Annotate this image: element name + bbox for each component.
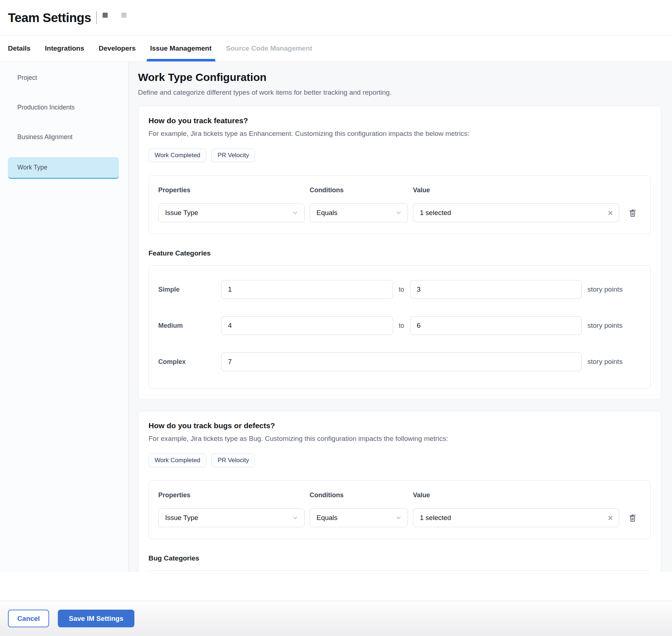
value-column-label: Value [413, 186, 619, 194]
complex-from-input[interactable] [221, 352, 582, 371]
features-condition-select[interactable]: Equals [310, 203, 408, 222]
bugs-value-select[interactable]: 1 selected × [413, 508, 619, 527]
metric-tag-work-completed: Work Completed [148, 454, 206, 467]
feature-categories-title: Feature Categories [148, 249, 651, 257]
title-divider [96, 11, 97, 24]
chevron-down-icon [395, 210, 402, 216]
simple-to-input[interactable] [410, 280, 582, 299]
bugs-property-select[interactable]: Issue Type [158, 508, 305, 527]
page-heading: Team Settings [8, 10, 91, 25]
tab-integrations[interactable]: Integrations [45, 35, 84, 61]
cancel-button[interactable]: Cancel [8, 610, 49, 627]
story-points-label: story points [587, 322, 641, 330]
settings-tabbar: Details Integrations Developers Issue Ma… [0, 35, 672, 62]
chevron-down-icon [395, 515, 402, 521]
tab-source-code-management[interactable]: Source Code Management [226, 35, 313, 61]
to-label: to [399, 322, 404, 330]
sidebar-item-production-incidents[interactable]: Production Incidents [8, 96, 119, 118]
features-property-select[interactable]: Issue Type [158, 203, 305, 222]
metric-tag-pr-velocity: PR Velocity [211, 454, 255, 467]
sidebar-item-project[interactable]: Project [8, 67, 119, 89]
footer-bar: Cancel Save IM Settings [0, 601, 672, 636]
category-row-medium: Medium to story points [158, 316, 641, 335]
save-im-settings-button[interactable]: Save IM Settings [58, 610, 134, 627]
story-points-label: story points [587, 285, 641, 293]
story-points-label: story points [587, 358, 641, 366]
chevron-down-icon [292, 515, 298, 521]
conditions-column-label: Conditions [310, 186, 408, 194]
settings-sidebar: Project Production Incidents Business Al… [0, 62, 129, 572]
medium-from-input[interactable] [221, 316, 393, 335]
features-rule-row: Properties Conditions Value Issue Type E… [148, 175, 651, 234]
bug-categories-box [148, 570, 651, 572]
bugs-rule-row: Properties Conditions Value Issue Type E… [148, 480, 651, 539]
main-region: Project Production Incidents Business Al… [0, 62, 672, 572]
metric-tag-work-completed: Work Completed [148, 149, 206, 162]
tab-details[interactable]: Details [8, 35, 30, 61]
bugs-card: How do you track bugs or defects? For ex… [138, 411, 661, 572]
bug-categories-title: Bug Categories [148, 554, 651, 562]
content-area: Work Type Configuration Define and categ… [129, 62, 672, 572]
simple-from-input[interactable] [221, 280, 393, 299]
to-label: to [399, 286, 404, 293]
page-title: Work Type Configuration [138, 71, 661, 83]
conditions-column-label: Conditions [310, 491, 408, 499]
category-row-complex: Complex story points [158, 352, 641, 371]
features-question: How do you track features? [148, 116, 651, 125]
category-row-simple: Simple to story points [158, 280, 641, 299]
features-description: For example, Jira tickets type as Enhanc… [148, 130, 651, 138]
features-value-select[interactable]: 1 selected × [413, 203, 619, 222]
tab-issue-management[interactable]: Issue Management [150, 35, 212, 61]
category-label: Complex [158, 358, 215, 366]
features-delete-rule-button[interactable] [624, 205, 641, 221]
sidebar-item-work-type[interactable]: Work Type [8, 157, 119, 179]
features-card: How do you track features? For example, … [138, 106, 661, 399]
bugs-question: How do you track bugs or defects? [148, 421, 651, 430]
bottom-spacer [0, 572, 672, 601]
close-icon[interactable]: × [608, 513, 613, 523]
app-header: Team Settings [0, 0, 672, 35]
metric-tag-pr-velocity: PR Velocity [211, 149, 255, 162]
header-badge-icon [103, 13, 108, 18]
medium-to-input[interactable] [410, 316, 582, 335]
header-badge-icon-2 [121, 13, 126, 18]
chevron-down-icon [292, 210, 298, 216]
bugs-condition-select[interactable]: Equals [310, 508, 408, 527]
value-column-label: Value [413, 491, 619, 499]
trash-icon [628, 513, 638, 523]
tab-developers[interactable]: Developers [99, 35, 135, 61]
feature-categories-box: Simple to story points Medium to [148, 265, 651, 389]
bugs-metric-tags: Work Completed PR Velocity [148, 454, 651, 467]
properties-column-label: Properties [158, 491, 305, 499]
sidebar-item-business-alignment[interactable]: Business Alignment [8, 126, 119, 148]
category-label: Simple [158, 286, 215, 293]
category-label: Medium [158, 322, 215, 330]
features-metric-tags: Work Completed PR Velocity [148, 149, 651, 162]
page-subtitle: Define and categorize different types of… [138, 89, 661, 96]
close-icon[interactable]: × [608, 208, 613, 218]
properties-column-label: Properties [158, 186, 305, 194]
bugs-delete-rule-button[interactable] [624, 510, 641, 526]
bugs-description: For example, Jira tickets type as Bug. C… [148, 435, 651, 443]
trash-icon [628, 208, 638, 218]
